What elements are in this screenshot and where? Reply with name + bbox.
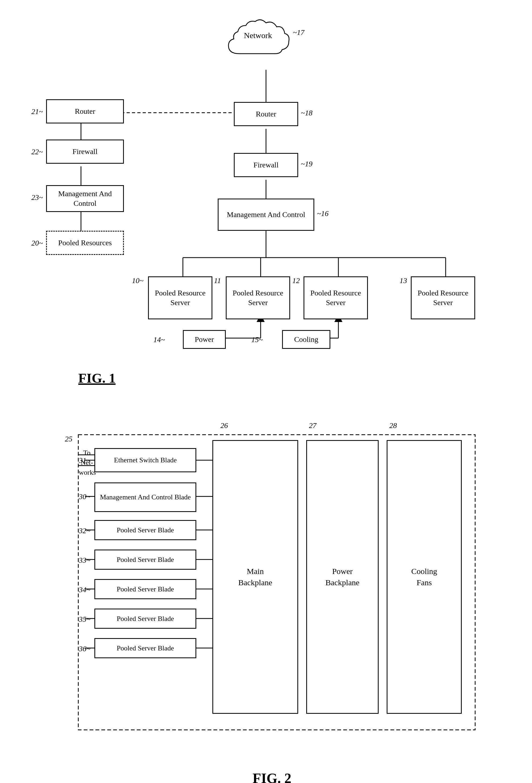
blade-num-30: 30~: [79, 492, 90, 501]
server10-box: Pooled Resource Server: [148, 276, 212, 319]
server12-box: Pooled Resource Server: [303, 276, 368, 319]
server-blade-32-label: Pooled Server Blade: [117, 526, 174, 535]
server-blade-36-label: Pooled Server Blade: [117, 644, 174, 653]
power-label: Power: [195, 335, 214, 344]
server12-label: Pooled Resource Server: [306, 288, 365, 308]
mgmt-left-num: 23~: [31, 193, 43, 202]
mgmt-right-box: Management And Control: [218, 198, 314, 231]
server11-label: Pooled Resource Server: [229, 288, 287, 308]
fig2-outer-num: 25: [65, 435, 72, 443]
server-blade-32-box: Pooled Server Blade: [94, 520, 196, 540]
server-blade-34-label: Pooled Server Blade: [117, 585, 174, 594]
server-blade-34-box: Pooled Server Blade: [94, 579, 196, 599]
router-left-box: Router: [46, 99, 124, 123]
page: Network ~17 Router 21~ Firewall 22~ Mana…: [0, 0, 532, 783]
fig1-diagram: Network ~17 Router 21~ Firewall 22~ Mana…: [25, 16, 507, 392]
server-blade-33-box: Pooled Server Blade: [94, 550, 196, 570]
router-left-label: Router: [75, 106, 95, 116]
pooled-left-label: Pooled Resources: [58, 238, 112, 248]
server-blade-36-box: Pooled Server Blade: [94, 638, 196, 658]
cloud-svg: [223, 19, 293, 62]
firewall-left-num: 22~: [31, 148, 43, 156]
router-right-box: Router: [234, 102, 298, 126]
server11-num: 11: [214, 276, 221, 285]
cooling-fans-box: CoolingFans: [387, 440, 462, 714]
blade-num-34: 34~: [79, 586, 90, 594]
backplane-num-28: 28: [389, 421, 397, 430]
router-right-label: Router: [256, 109, 276, 119]
cooling-label: Cooling: [294, 335, 318, 344]
mgmt-right-num: ~16: [317, 209, 329, 218]
cooling-fans-label: CoolingFans: [411, 566, 437, 588]
fig2-title: FIG. 2: [253, 771, 291, 783]
server11-box: Pooled Resource Server: [226, 276, 290, 319]
blade-num-33: 33~: [79, 556, 90, 565]
main-backplane-box: MainBackplane: [212, 440, 298, 714]
router-right-num: ~18: [301, 109, 312, 117]
backplane-num-27: 27: [309, 421, 317, 430]
cooling-num: 15~: [251, 336, 263, 344]
server13-label: Pooled Resource Server: [414, 288, 472, 308]
mgmt-right-label: Management And Control: [227, 210, 305, 219]
server-blade-35-label: Pooled Server Blade: [117, 614, 174, 623]
power-backplane-label: PowerBackplane: [326, 566, 360, 588]
network-label: Network: [244, 31, 272, 40]
server13-box: Pooled Resource Server: [411, 276, 475, 319]
firewall-left-label: Firewall: [72, 147, 97, 156]
server12-num: 12: [292, 276, 300, 285]
power-box: Power: [183, 330, 226, 349]
power-backplane-box: PowerBackplane: [306, 440, 378, 714]
backplane-num-26: 26: [221, 421, 228, 430]
network-cloud: Network: [223, 19, 293, 63]
mgmt-left-box: Management And Control: [46, 185, 124, 212]
pooled-left-num: 20~: [31, 239, 43, 247]
blade-num-35: 35~: [79, 615, 90, 624]
power-num: 14~: [154, 336, 165, 344]
firewall-right-num: ~19: [301, 160, 312, 168]
server-blade-33-label: Pooled Server Blade: [117, 555, 174, 564]
network-num: ~17: [293, 28, 304, 37]
ethernet-switch-blade-label: Ethernet Switch Blade: [114, 456, 177, 465]
firewall-right-label: Firewall: [254, 160, 278, 170]
main-backplane-label: MainBackplane: [238, 566, 272, 588]
server-blade-35-box: Pooled Server Blade: [94, 608, 196, 629]
firewall-right-box: Firewall: [234, 153, 298, 177]
blade-num-31: 31~: [79, 456, 90, 465]
fig2-diagram: 25 26 27 28 To Net­works Ethernet Switch…: [38, 413, 494, 762]
server13-num: 13: [400, 276, 407, 285]
mgmt-blade-box: Management And Control Blade: [94, 482, 196, 512]
mgmt-blade-label: Management And Control Blade: [100, 493, 191, 502]
mgmt-left-label: Management And Control: [49, 189, 121, 209]
router-left-num: 21~: [31, 107, 43, 116]
blade-num-32: 32~: [79, 527, 90, 535]
cooling-box: Cooling: [282, 330, 330, 349]
pooled-left-box: Pooled Resources: [46, 231, 124, 255]
fig1-title: FIG. 1: [78, 370, 115, 386]
server10-label: Pooled Resource Server: [151, 288, 209, 308]
blade-num-36: 36~: [79, 645, 90, 653]
firewall-left-box: Firewall: [46, 139, 124, 164]
server10-num: 10~: [132, 276, 143, 285]
ethernet-switch-blade-box: Ethernet Switch Blade: [94, 448, 196, 472]
